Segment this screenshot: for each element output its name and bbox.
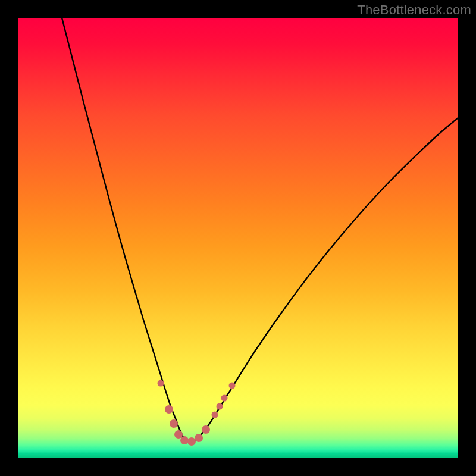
curve-dot bbox=[212, 412, 218, 418]
curve-dot bbox=[221, 395, 228, 402]
curve-dots bbox=[158, 380, 236, 446]
curve-dot bbox=[180, 436, 189, 444]
curve-dot bbox=[170, 419, 178, 428]
chart-frame: TheBottleneck.com bbox=[0, 0, 476, 476]
curve-dot bbox=[174, 430, 183, 439]
bottleneck-curve-svg bbox=[18, 18, 458, 458]
curve-dot bbox=[195, 434, 203, 442]
watermark-text: TheBottleneck.com bbox=[357, 2, 471, 18]
plot-area bbox=[18, 18, 458, 458]
curve-dot bbox=[158, 380, 164, 387]
curve-dot bbox=[202, 425, 210, 434]
bottleneck-curve-path bbox=[62, 18, 458, 441]
curve-dot bbox=[187, 437, 196, 446]
curve-dot bbox=[229, 383, 236, 389]
curve-dot bbox=[165, 405, 173, 414]
curve-dot bbox=[217, 403, 223, 410]
